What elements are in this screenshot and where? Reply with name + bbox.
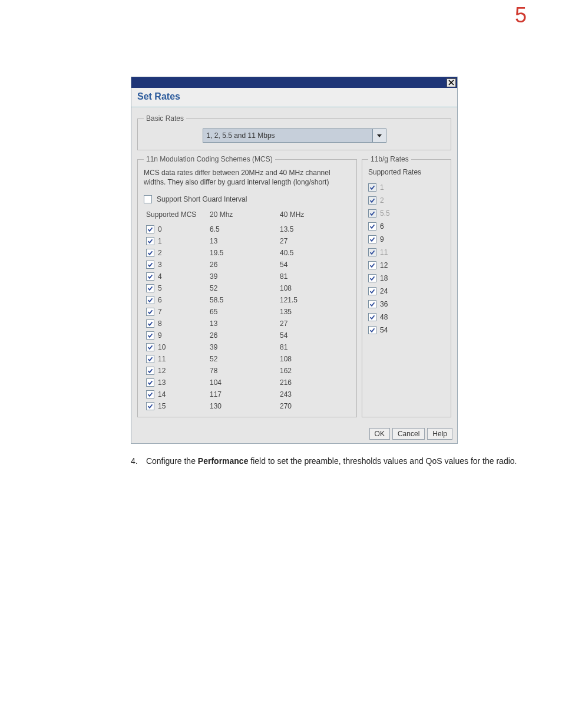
mcs-index: 8 xyxy=(158,319,162,328)
cancel-button[interactable]: Cancel xyxy=(392,428,425,440)
page-number: 5 xyxy=(515,3,527,28)
mcs-checkbox-8[interactable] xyxy=(146,319,154,328)
dialog-header: Set Rates xyxy=(131,88,457,107)
table-row: 06.513.5 xyxy=(144,223,351,235)
mcs-rate-20: 13 xyxy=(207,235,277,247)
chevron-down-icon xyxy=(372,129,386,142)
mcs-col-supported: Supported MCS xyxy=(144,209,207,223)
mcs-rate-40: 121.5 xyxy=(277,294,351,306)
mcs-rate-40: 81 xyxy=(277,341,351,353)
mcs-rate-40: 81 xyxy=(277,271,351,282)
mcs-checkbox-1[interactable] xyxy=(146,237,154,245)
mcs-index: 3 xyxy=(158,261,162,269)
basic-rates-legend: Basic Rates xyxy=(144,114,186,123)
rate-checkbox-12[interactable] xyxy=(368,261,376,269)
rate-checkbox-24[interactable] xyxy=(368,287,376,295)
mcs-checkbox-3[interactable] xyxy=(146,261,154,269)
mcs-checkbox-10[interactable] xyxy=(146,343,154,351)
mcs-checkbox-9[interactable] xyxy=(146,331,154,340)
mcs-index: 7 xyxy=(158,308,162,316)
table-row: 92654 xyxy=(144,330,351,341)
rate-label: 24 xyxy=(380,287,388,295)
table-row: 1278162 xyxy=(144,365,351,377)
rate-label: 9 xyxy=(380,235,384,243)
mcs-note: MCS data rates differ between 20MHz and … xyxy=(144,168,351,187)
support-short-guard-checkbox[interactable] xyxy=(144,195,152,203)
mcs-fieldset: 11n Modulation Coding Schemes (MCS) MCS … xyxy=(137,155,357,417)
step-number: 4. xyxy=(131,456,144,467)
mcs-index: 0 xyxy=(158,225,162,233)
rate-checkbox-36[interactable] xyxy=(368,300,376,308)
mcs-checkbox-15[interactable] xyxy=(146,402,154,410)
table-row: 552108 xyxy=(144,282,351,294)
mcs-checkbox-6[interactable] xyxy=(146,296,154,304)
help-button[interactable]: Help xyxy=(427,428,452,440)
mcs-col-20: 20 Mhz xyxy=(207,209,277,223)
rate-checkbox-5.5 xyxy=(368,209,376,218)
table-row: 32654 xyxy=(144,259,351,271)
table-row: 1152108 xyxy=(144,353,351,365)
table-row: 13104216 xyxy=(144,377,351,388)
mcs-rate-40: 27 xyxy=(277,235,351,247)
mcs-checkbox-13[interactable] xyxy=(146,378,154,387)
rate-checkbox-9[interactable] xyxy=(368,235,376,243)
rate-checkbox-2 xyxy=(368,196,376,205)
mcs-rate-20: 26 xyxy=(207,259,277,271)
table-row: 219.540.5 xyxy=(144,247,351,259)
mcs-index: 5 xyxy=(158,284,162,292)
mcs-index: 12 xyxy=(158,367,166,375)
mcs-checkbox-7[interactable] xyxy=(146,308,154,316)
mcs-rate-20: 39 xyxy=(207,271,277,282)
rate-checkbox-54[interactable] xyxy=(368,326,376,334)
list-item: 12 xyxy=(368,259,445,272)
mcs-rate-20: 78 xyxy=(207,365,277,377)
mcs-index: 11 xyxy=(158,355,166,363)
mcs-checkbox-5[interactable] xyxy=(146,284,154,292)
mcs-rate-20: 39 xyxy=(207,341,277,353)
mcs-rate-40: 108 xyxy=(277,353,351,365)
mcs-rate-40: 54 xyxy=(277,330,351,341)
table-row: 81327 xyxy=(144,318,351,330)
mcs-legend: 11n Modulation Coding Schemes (MCS) xyxy=(144,155,275,163)
table-row: 658.5121.5 xyxy=(144,294,351,306)
mcs-rate-20: 6.5 xyxy=(207,223,277,235)
mcs-rate-40: 27 xyxy=(277,318,351,330)
ok-button[interactable]: OK xyxy=(369,428,390,440)
mcs-checkbox-12[interactable] xyxy=(146,367,154,375)
list-item: 1 xyxy=(368,181,445,194)
step-post: field to set the preamble, thresholds va… xyxy=(248,456,517,466)
mcs-col-40: 40 MHz xyxy=(277,209,351,223)
list-item: 36 xyxy=(368,298,445,311)
dialog-titlebar xyxy=(131,77,457,88)
mcs-index: 10 xyxy=(158,343,166,351)
mcs-index: 14 xyxy=(158,390,166,398)
mcs-checkbox-4[interactable] xyxy=(146,272,154,281)
mcs-checkbox-2[interactable] xyxy=(146,249,154,257)
mcs-index: 9 xyxy=(158,331,162,340)
basic-rates-select[interactable]: 1, 2, 5.5 and 11 Mbps xyxy=(203,129,386,143)
mcs-index: 13 xyxy=(158,378,166,387)
mcs-checkbox-0[interactable] xyxy=(146,225,154,233)
bg-rates-fieldset: 11b/g Rates Supported Rates 125.56911121… xyxy=(362,155,451,417)
mcs-rate-20: 52 xyxy=(207,282,277,294)
mcs-rate-20: 117 xyxy=(207,388,277,400)
mcs-rate-40: 108 xyxy=(277,282,351,294)
mcs-rate-20: 26 xyxy=(207,330,277,341)
list-item: 11 xyxy=(368,246,445,259)
mcs-rate-40: 162 xyxy=(277,365,351,377)
mcs-rate-20: 52 xyxy=(207,353,277,365)
rate-label: 54 xyxy=(380,326,388,334)
close-icon[interactable] xyxy=(447,78,456,87)
rate-checkbox-6[interactable] xyxy=(368,222,376,230)
table-row: 43981 xyxy=(144,271,351,282)
mcs-index: 2 xyxy=(158,249,162,257)
rate-checkbox-48[interactable] xyxy=(368,313,376,321)
table-row: 765135 xyxy=(144,306,351,318)
rate-checkbox-18[interactable] xyxy=(368,274,376,282)
mcs-rate-40: 216 xyxy=(277,377,351,388)
list-item: 18 xyxy=(368,272,445,285)
list-item: 9 xyxy=(368,233,445,246)
rate-label: 12 xyxy=(380,261,388,269)
mcs-checkbox-14[interactable] xyxy=(146,390,154,398)
mcs-checkbox-11[interactable] xyxy=(146,355,154,363)
